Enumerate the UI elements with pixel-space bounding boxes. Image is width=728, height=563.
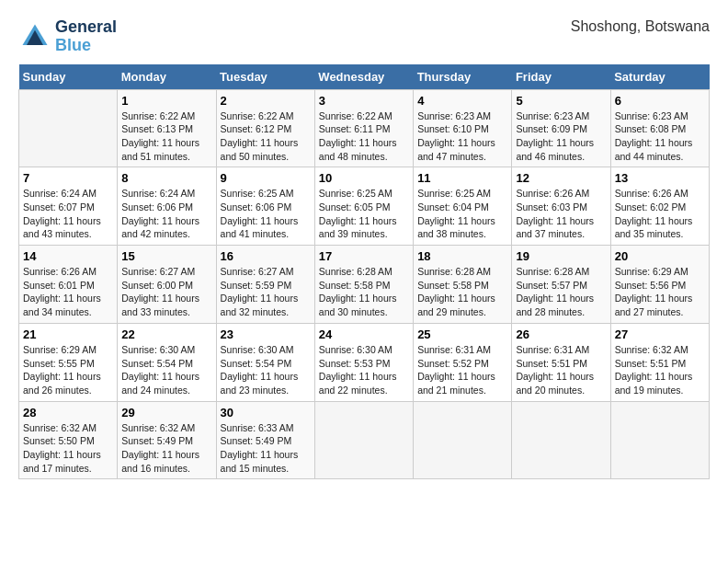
calendar-cell: 13Sunrise: 6:26 AMSunset: 6:02 PMDayligh…: [610, 167, 709, 246]
day-info: Sunrise: 6:31 AMSunset: 5:52 PMDaylight:…: [417, 343, 507, 397]
title-area: Shoshong, Botswana: [571, 18, 710, 35]
calendar-cell: 1Sunrise: 6:22 AMSunset: 6:13 PMDaylight…: [118, 89, 216, 167]
day-number: 15: [121, 249, 211, 263]
calendar-cell: 19Sunrise: 6:28 AMSunset: 5:57 PMDayligh…: [512, 246, 610, 324]
day-number: 30: [221, 406, 311, 419]
calendar-cell: 12Sunrise: 6:26 AMSunset: 6:03 PMDayligh…: [512, 167, 610, 246]
day-number: 2: [221, 94, 311, 108]
calendar-cell: 5Sunrise: 6:23 AMSunset: 6:09 PMDaylight…: [512, 89, 610, 167]
calendar-cell: 9Sunrise: 6:25 AMSunset: 6:06 PMDaylight…: [216, 167, 314, 246]
day-info: Sunrise: 6:30 AMSunset: 5:54 PMDaylight:…: [121, 343, 211, 397]
day-info: Sunrise: 6:22 AMSunset: 6:11 PMDaylight:…: [319, 109, 409, 164]
day-info: Sunrise: 6:26 AMSunset: 6:01 PMDaylight:…: [23, 265, 113, 319]
day-number: 26: [516, 327, 606, 341]
calendar-cell: 27Sunrise: 6:32 AMSunset: 5:51 PMDayligh…: [610, 323, 709, 401]
calendar-cell: 20Sunrise: 6:29 AMSunset: 5:56 PMDayligh…: [610, 246, 709, 324]
calendar-cell: [414, 401, 512, 479]
day-number: 14: [23, 249, 113, 263]
logo: General Blue: [18, 18, 117, 55]
day-info: Sunrise: 6:32 AMSunset: 5:50 PMDaylight:…: [23, 421, 113, 476]
calendar-cell: 8Sunrise: 6:24 AMSunset: 6:06 PMDaylight…: [118, 167, 216, 246]
calendar-week-2: 7Sunrise: 6:24 AMSunset: 6:07 PMDaylight…: [19, 167, 710, 246]
day-info: Sunrise: 6:32 AMSunset: 5:51 PMDaylight:…: [615, 343, 705, 397]
day-number: 1: [121, 94, 211, 108]
day-number: 19: [516, 249, 606, 263]
calendar-cell: [19, 89, 118, 167]
day-number: 28: [23, 406, 113, 419]
logo-text: General Blue: [55, 18, 117, 55]
day-info: Sunrise: 6:26 AMSunset: 6:03 PMDaylight:…: [516, 187, 606, 241]
calendar-cell: 3Sunrise: 6:22 AMSunset: 6:11 PMDaylight…: [314, 89, 413, 167]
day-number: 9: [221, 171, 311, 185]
calendar-cell: 29Sunrise: 6:32 AMSunset: 5:49 PMDayligh…: [118, 401, 216, 479]
day-info: Sunrise: 6:23 AMSunset: 6:09 PMDaylight:…: [516, 109, 606, 164]
day-number: 16: [221, 249, 311, 263]
calendar-week-4: 21Sunrise: 6:29 AMSunset: 5:55 PMDayligh…: [19, 323, 710, 401]
day-info: Sunrise: 6:25 AMSunset: 6:04 PMDaylight:…: [417, 187, 507, 241]
day-info: Sunrise: 6:29 AMSunset: 5:56 PMDaylight:…: [615, 265, 705, 319]
calendar-week-3: 14Sunrise: 6:26 AMSunset: 6:01 PMDayligh…: [19, 246, 710, 324]
calendar-cell: 15Sunrise: 6:27 AMSunset: 6:00 PMDayligh…: [118, 246, 216, 324]
day-info: Sunrise: 6:29 AMSunset: 5:55 PMDaylight:…: [23, 343, 113, 397]
day-number: 6: [615, 94, 705, 108]
header-monday: Monday: [118, 64, 216, 90]
calendar-cell: 26Sunrise: 6:31 AMSunset: 5:51 PMDayligh…: [512, 323, 610, 401]
day-number: 8: [121, 171, 211, 185]
day-info: Sunrise: 6:25 AMSunset: 6:06 PMDaylight:…: [221, 187, 311, 241]
calendar-cell: [512, 401, 610, 479]
calendar-cell: 4Sunrise: 6:23 AMSunset: 6:10 PMDaylight…: [414, 89, 512, 167]
day-info: Sunrise: 6:28 AMSunset: 5:58 PMDaylight:…: [319, 265, 409, 319]
header-sunday: Sunday: [19, 64, 118, 90]
header-tuesday: Tuesday: [216, 64, 314, 90]
calendar-cell: 24Sunrise: 6:30 AMSunset: 5:53 PMDayligh…: [314, 323, 413, 401]
day-info: Sunrise: 6:23 AMSunset: 6:10 PMDaylight:…: [417, 109, 507, 164]
calendar-cell: 25Sunrise: 6:31 AMSunset: 5:52 PMDayligh…: [414, 323, 512, 401]
header-thursday: Thursday: [414, 64, 512, 90]
day-number: 13: [615, 171, 705, 185]
calendar-week-1: 1Sunrise: 6:22 AMSunset: 6:13 PMDaylight…: [19, 89, 710, 167]
calendar-cell: 23Sunrise: 6:30 AMSunset: 5:54 PMDayligh…: [216, 323, 314, 401]
day-info: Sunrise: 6:24 AMSunset: 6:06 PMDaylight:…: [121, 187, 211, 241]
calendar-cell: [610, 401, 709, 479]
weekday-header-row: Sunday Monday Tuesday Wednesday Thursday…: [19, 64, 710, 90]
day-info: Sunrise: 6:30 AMSunset: 5:54 PMDaylight:…: [221, 343, 311, 397]
calendar-cell: 16Sunrise: 6:27 AMSunset: 5:59 PMDayligh…: [216, 246, 314, 324]
day-number: 12: [516, 171, 606, 185]
day-number: 29: [121, 406, 211, 419]
day-number: 25: [417, 327, 507, 341]
location-title: Shoshong, Botswana: [571, 18, 710, 35]
day-number: 23: [221, 327, 311, 341]
day-number: 17: [319, 249, 409, 263]
calendar-cell: 2Sunrise: 6:22 AMSunset: 6:12 PMDaylight…: [216, 89, 314, 167]
day-number: 20: [615, 249, 705, 263]
calendar-cell: 28Sunrise: 6:32 AMSunset: 5:50 PMDayligh…: [19, 401, 118, 479]
day-info: Sunrise: 6:27 AMSunset: 5:59 PMDaylight:…: [221, 265, 311, 319]
header-saturday: Saturday: [610, 64, 709, 90]
calendar-cell: 6Sunrise: 6:23 AMSunset: 6:08 PMDaylight…: [610, 89, 709, 167]
calendar-cell: 18Sunrise: 6:28 AMSunset: 5:58 PMDayligh…: [414, 246, 512, 324]
day-number: 10: [319, 171, 409, 185]
day-number: 11: [417, 171, 507, 185]
day-number: 4: [417, 94, 507, 108]
day-info: Sunrise: 6:28 AMSunset: 5:57 PMDaylight:…: [516, 265, 606, 319]
day-number: 21: [23, 327, 113, 341]
day-info: Sunrise: 6:27 AMSunset: 6:00 PMDaylight:…: [121, 265, 211, 319]
logo-icon: [18, 20, 51, 53]
header-wednesday: Wednesday: [314, 64, 413, 90]
calendar-cell: 17Sunrise: 6:28 AMSunset: 5:58 PMDayligh…: [314, 246, 413, 324]
day-info: Sunrise: 6:26 AMSunset: 6:02 PMDaylight:…: [615, 187, 705, 241]
day-info: Sunrise: 6:25 AMSunset: 6:05 PMDaylight:…: [319, 187, 409, 241]
day-number: 27: [615, 327, 705, 341]
calendar-cell: 21Sunrise: 6:29 AMSunset: 5:55 PMDayligh…: [19, 323, 118, 401]
day-info: Sunrise: 6:24 AMSunset: 6:07 PMDaylight:…: [23, 187, 113, 241]
day-number: 24: [319, 327, 409, 341]
day-info: Sunrise: 6:23 AMSunset: 6:08 PMDaylight:…: [615, 109, 705, 164]
day-info: Sunrise: 6:22 AMSunset: 6:13 PMDaylight:…: [121, 109, 211, 164]
page-header: General Blue Shoshong, Botswana: [18, 18, 710, 55]
calendar-cell: [314, 401, 413, 479]
day-info: Sunrise: 6:33 AMSunset: 5:49 PMDaylight:…: [221, 421, 311, 476]
day-info: Sunrise: 6:22 AMSunset: 6:12 PMDaylight:…: [221, 109, 311, 164]
calendar-cell: 7Sunrise: 6:24 AMSunset: 6:07 PMDaylight…: [19, 167, 118, 246]
calendar-cell: 22Sunrise: 6:30 AMSunset: 5:54 PMDayligh…: [118, 323, 216, 401]
day-info: Sunrise: 6:28 AMSunset: 5:58 PMDaylight:…: [417, 265, 507, 319]
